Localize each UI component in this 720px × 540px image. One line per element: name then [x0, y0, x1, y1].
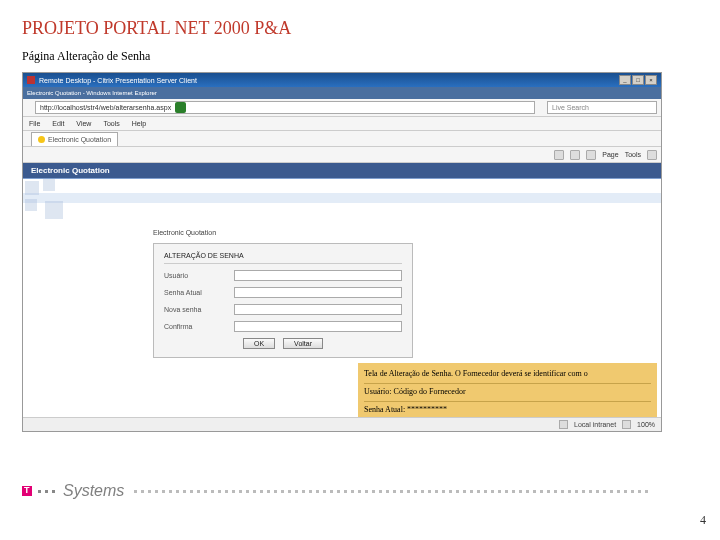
go-button[interactable] — [175, 102, 186, 113]
menu-bar: File Edit View Tools Help — [23, 117, 661, 131]
tab-bar: Electronic Quotation — [23, 131, 661, 147]
maximize-button[interactable]: □ — [632, 75, 644, 85]
callout-line-1: Tela de Alteração de Senha. O Fornecedor… — [364, 366, 651, 384]
command-bar: Page Tools — [23, 147, 661, 163]
help-icon[interactable] — [647, 150, 657, 160]
row-confirma: Confirma — [164, 321, 402, 332]
menu-file[interactable]: File — [29, 120, 40, 127]
feeds-icon[interactable] — [570, 150, 580, 160]
zoom-label: 100% — [637, 421, 655, 428]
row-nova-senha: Nova senha — [164, 304, 402, 315]
ok-button[interactable]: OK — [243, 338, 275, 349]
menu-help[interactable]: Help — [132, 120, 146, 127]
zone-label: Local intranet — [574, 421, 616, 428]
input-confirma[interactable] — [234, 321, 402, 332]
page-content: Electronic Quotation ALTERAÇÃO DE SENHA … — [23, 179, 661, 431]
password-form: ALTERAÇÃO DE SENHA Usuário Senha Atual N… — [153, 243, 413, 358]
minimize-button[interactable]: _ — [619, 75, 631, 85]
browser-tab[interactable]: Electronic Quotation — [31, 132, 118, 146]
decorative-squares — [23, 179, 79, 235]
label-usuario: Usuário — [164, 272, 234, 279]
brand-text: Systems — [63, 482, 124, 500]
search-box[interactable]: Live Search — [547, 101, 657, 114]
page-menu[interactable]: Page — [602, 151, 618, 158]
tools-menu[interactable]: Tools — [625, 151, 641, 158]
t-logo-icon — [22, 486, 32, 496]
status-bar: Local intranet 100% — [23, 417, 661, 431]
search-placeholder: Live Search — [552, 104, 589, 111]
page-number: 4 — [700, 513, 706, 528]
inner-window-titlebar: Electronic Quotation - Windows Internet … — [23, 87, 661, 99]
input-usuario[interactable] — [234, 270, 402, 281]
slide-subtitle: Página Alteração de Senha — [22, 49, 698, 64]
row-senha-atual: Senha Atual — [164, 287, 402, 298]
internet-zone-icon — [559, 420, 568, 429]
decorative-stripe — [23, 193, 661, 203]
label-nova-senha: Nova senha — [164, 306, 234, 313]
embedded-screenshot: Remote Desktop - Citrix Presentation Ser… — [22, 72, 662, 432]
inner-window-title: Electronic Quotation - Windows Internet … — [27, 90, 157, 96]
close-button[interactable]: × — [645, 75, 657, 85]
tab-favicon-icon — [38, 136, 45, 143]
label-confirma: Confirma — [164, 323, 234, 330]
voltar-button[interactable]: Voltar — [283, 338, 323, 349]
menu-view[interactable]: View — [76, 120, 91, 127]
slide-title: PROJETO PORTAL NET 2000 P&A — [22, 18, 698, 39]
print-icon[interactable] — [586, 150, 596, 160]
address-bar-row: http://localhost/str4/web/alterarsenha.a… — [23, 99, 661, 117]
form-heading: ALTERAÇÃO DE SENHA — [164, 252, 402, 264]
callout-line-2: Usuário: Código do Fornecedor — [364, 384, 651, 402]
menu-edit[interactable]: Edit — [52, 120, 64, 127]
address-bar[interactable]: http://localhost/str4/web/alterarsenha.a… — [35, 101, 535, 114]
breadcrumb: Electronic Quotation — [153, 229, 216, 236]
row-usuario: Usuário — [164, 270, 402, 281]
form-buttons: OK Voltar — [164, 338, 402, 349]
tab-label: Electronic Quotation — [48, 136, 111, 143]
page-banner: Electronic Quotation — [23, 163, 661, 179]
app-icon — [27, 76, 35, 84]
menu-tools[interactable]: Tools — [103, 120, 119, 127]
home-icon[interactable] — [554, 150, 564, 160]
address-text: http://localhost/str4/web/alterarsenha.a… — [40, 104, 171, 111]
zoom-icon — [622, 420, 631, 429]
brand-dots-trail — [134, 490, 648, 493]
input-senha-atual[interactable] — [234, 287, 402, 298]
label-senha-atual: Senha Atual — [164, 289, 234, 296]
brand-dots-left — [38, 490, 55, 493]
outer-window-titlebar: Remote Desktop - Citrix Presentation Ser… — [23, 73, 661, 87]
footer-brand: Systems — [22, 482, 648, 500]
input-nova-senha[interactable] — [234, 304, 402, 315]
outer-window-title: Remote Desktop - Citrix Presentation Ser… — [39, 77, 197, 84]
